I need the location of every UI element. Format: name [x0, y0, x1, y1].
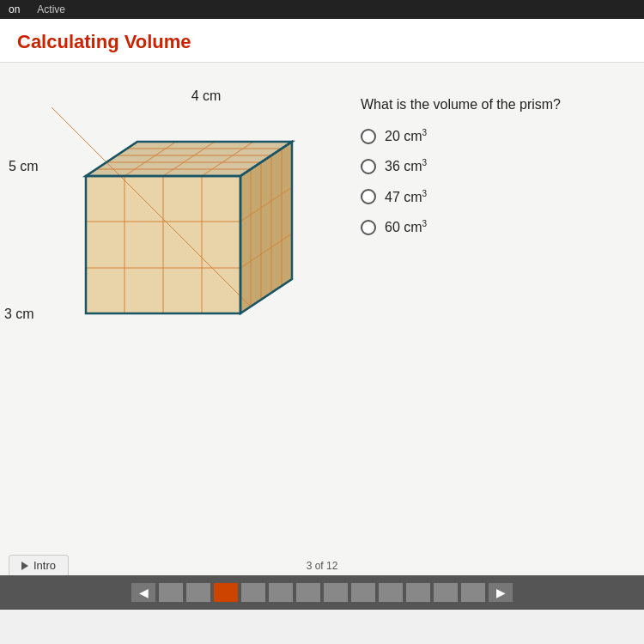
page-indicator: 3 of 12 — [0, 560, 644, 572]
slide-8[interactable] — [351, 583, 375, 602]
dim-left-label: 5 cm — [9, 159, 39, 174]
intro-tab-label: Intro — [33, 559, 56, 572]
slide-1[interactable] — [159, 583, 183, 602]
slide-11[interactable] — [434, 583, 458, 602]
slide-10[interactable] — [406, 583, 430, 602]
slide-7[interactable] — [324, 583, 348, 602]
box-wrapper: 5 cm 3 cm — [52, 107, 309, 331]
option-3-label: 47 cm3 — [385, 189, 427, 205]
bottom-nav: ◀ ▶ — [0, 575, 644, 610]
slide-5[interactable] — [269, 583, 293, 602]
prev-button[interactable]: ◀ — [131, 583, 155, 602]
status-bar: on Active — [0, 0, 644, 19]
option-1[interactable]: 20 cm3 — [361, 128, 627, 144]
radio-3[interactable] — [361, 189, 376, 204]
page-title: Calculating Volume — [17, 31, 627, 53]
play-icon — [21, 562, 28, 570]
option-4-label: 60 cm3 — [385, 219, 427, 235]
radio-1[interactable] — [361, 129, 376, 144]
next-button[interactable]: ▶ — [489, 583, 513, 602]
title-bar: Calculating Volume — [0, 19, 644, 63]
radio-4[interactable] — [361, 220, 376, 235]
option-1-label: 20 cm3 — [385, 128, 427, 144]
box-area: 4 cm 5 cm 3 cm — [34, 88, 326, 331]
intro-tab[interactable]: Intro — [9, 555, 69, 575]
radio-2[interactable] — [361, 159, 376, 174]
slide-9[interactable] — [379, 583, 403, 602]
main-content: Calculating Volume 4 cm 5 cm 3 cm — [0, 19, 644, 610]
status-label-on: on — [9, 3, 20, 15]
dim-bottom-label: 3 cm — [4, 307, 34, 322]
slide-12[interactable] — [461, 583, 485, 602]
option-4[interactable]: 60 cm3 — [361, 219, 627, 235]
slide-4[interactable] — [241, 583, 265, 602]
status-label-active: Active — [37, 3, 65, 15]
question-area: What is the volume of the prism? 20 cm3 … — [361, 88, 627, 249]
prism-diagram — [52, 107, 309, 331]
question-text: What is the volume of the prism? — [361, 97, 627, 112]
dim-top-label: 4 cm — [86, 88, 326, 104]
content-area: 4 cm 5 cm 3 cm — [0, 63, 644, 348]
option-3[interactable]: 47 cm3 — [361, 189, 627, 205]
slide-3[interactable] — [214, 583, 238, 602]
slide-6[interactable] — [296, 583, 320, 602]
option-2[interactable]: 36 cm3 — [361, 158, 627, 174]
slide-2[interactable] — [186, 583, 210, 602]
option-2-label: 36 cm3 — [385, 158, 427, 174]
